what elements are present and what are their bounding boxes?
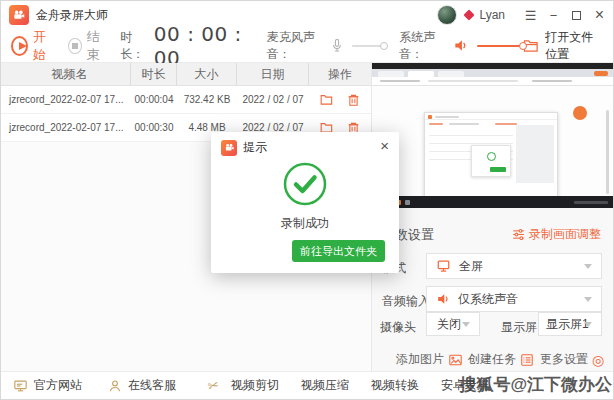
mic-slider-knob[interactable] xyxy=(380,42,388,50)
dialog-close-icon[interactable]: × xyxy=(380,138,389,153)
preview-scrollbar xyxy=(606,110,609,194)
display-value: 显示屏1 xyxy=(546,316,589,333)
video-compress-link[interactable]: 视频压缩 xyxy=(301,377,349,394)
adjust-record-area-link[interactable]: 录制画面调整 xyxy=(512,226,601,243)
video-cut-link[interactable]: 视频剪切 xyxy=(231,377,279,394)
preview-dialog xyxy=(471,145,511,177)
app-window: 金舟录屏大师 Lyan ☰ − × 开始 结束 时长： 00 : 00 : 00… xyxy=(0,0,614,400)
maximize-button[interactable] xyxy=(565,1,588,29)
success-check-icon xyxy=(282,161,328,211)
open-folder-button[interactable] xyxy=(320,93,334,106)
person-icon xyxy=(108,379,122,393)
screen-preview xyxy=(372,63,613,208)
header-duration: 时长 xyxy=(131,63,177,85)
mic-volume-slider[interactable] xyxy=(352,45,384,47)
more-settings-link[interactable]: 更多设置 ◎ xyxy=(540,351,604,368)
vip-gem-icon xyxy=(464,9,475,20)
audio-input-value: 仅系统声音 xyxy=(458,291,518,308)
username: Lyan xyxy=(479,8,505,22)
settings-form: 参数设置 录制画面调整 模式 全屏 音频输入 xyxy=(372,208,613,371)
account-menu[interactable]: Lyan xyxy=(437,5,519,25)
chevron-down-icon xyxy=(584,322,592,327)
display-label: 显示屏 xyxy=(501,319,537,336)
stop-record-button[interactable]: 结束 xyxy=(68,28,108,64)
website-icon xyxy=(13,379,28,393)
mode-value: 全屏 xyxy=(459,258,483,275)
menu-button[interactable]: ☰ xyxy=(519,1,542,29)
official-site-link[interactable]: 官方网站 xyxy=(13,377,82,394)
create-task-link[interactable]: 创建任务 xyxy=(468,351,534,368)
chevron-down-icon xyxy=(462,322,470,327)
system-volume-slider[interactable] xyxy=(477,45,523,47)
task-list-icon xyxy=(520,353,534,367)
video-duration: 00:00:30 xyxy=(131,122,177,133)
image-icon xyxy=(448,353,463,367)
system-slider-knob[interactable] xyxy=(519,42,527,50)
app-title: 金舟录屏大师 xyxy=(36,7,108,24)
mic-volume-label: 麦克风声音： xyxy=(267,29,328,63)
watermark: 搜狐号@江下微办公 xyxy=(459,373,612,396)
header-date: 日期 xyxy=(237,63,309,85)
microphone-icon xyxy=(330,38,344,53)
preview-page xyxy=(372,86,613,196)
title-bar: 金舟录屏大师 Lyan ☰ − × xyxy=(1,1,613,29)
preview-browser-toolbar xyxy=(372,77,613,86)
audio-input-select[interactable]: 仅系统声音 xyxy=(426,286,602,312)
table-row[interactable]: jzrecord_2022-02-07 17... 00:00:04 732.4… xyxy=(1,86,371,114)
play-icon xyxy=(11,36,28,56)
success-dialog: 提示 × 录制成功 前往导出文件夹 xyxy=(211,132,399,273)
dialog-logo-icon xyxy=(221,140,237,156)
video-date: 2022 / 02 / 07 xyxy=(237,94,309,105)
add-image-link[interactable]: 添加图片 xyxy=(396,351,463,368)
gear-icon: ◎ xyxy=(592,353,604,367)
monitor-icon xyxy=(436,259,451,273)
close-button[interactable]: × xyxy=(588,1,611,29)
chevron-down-icon xyxy=(584,264,592,269)
video-size: 732.42 KB xyxy=(177,94,237,105)
avatar xyxy=(437,5,457,25)
chevron-down-icon xyxy=(584,297,592,302)
system-volume-label: 系统声音： xyxy=(399,29,450,63)
display-select[interactable]: 显示屏1 xyxy=(538,312,602,336)
delete-button[interactable] xyxy=(347,93,360,107)
video-name: jzrecord_2022-02-07 17... xyxy=(1,94,131,105)
app-logo-icon xyxy=(9,5,29,25)
preview-app-window xyxy=(424,112,558,204)
video-name: jzrecord_2022-02-07 17... xyxy=(1,122,131,133)
start-record-button[interactable]: 开始 xyxy=(11,28,54,64)
preview-promo-badge xyxy=(573,106,587,120)
table-header: 视频名 时长 大小 日期 操作 xyxy=(1,63,371,86)
sliders-icon xyxy=(512,228,525,241)
open-file-location-button[interactable]: 打开文件位置 xyxy=(523,29,603,63)
speaker-icon xyxy=(453,38,468,53)
maximize-icon xyxy=(572,11,581,20)
audio-input-label: 音频输入 xyxy=(382,293,430,310)
duration-label: 时长： xyxy=(120,29,151,63)
dialog-title: 提示 xyxy=(243,139,267,156)
camera-value: 关闭 xyxy=(437,316,461,333)
dialog-message: 录制成功 xyxy=(211,215,399,232)
video-duration: 00:00:04 xyxy=(131,94,177,105)
mode-select[interactable]: 全屏 xyxy=(426,253,602,279)
preview-browser-tabs xyxy=(372,69,613,77)
header-size: 大小 xyxy=(177,63,237,85)
settings-panel: 参数设置 录制画面调整 模式 全屏 音频输入 xyxy=(371,63,613,371)
preview-taskbar xyxy=(372,196,613,208)
header-video-name: 视频名 xyxy=(1,63,131,85)
stop-icon xyxy=(68,38,82,54)
speaker-icon xyxy=(436,292,450,306)
go-to-export-folder-button[interactable]: 前往导出文件夹 xyxy=(292,240,385,262)
camera-label: 摄像头 xyxy=(380,319,416,336)
scissors-icon: ✂ xyxy=(206,377,220,394)
minimize-button[interactable]: − xyxy=(542,1,565,29)
video-convert-link[interactable]: 视频转换 xyxy=(371,377,419,394)
record-toolbar: 开始 结束 时长： 00 : 00 : 00 麦克风声音： 系统声音： xyxy=(1,29,613,63)
header-actions: 操作 xyxy=(309,63,371,85)
camera-select[interactable]: 关闭 xyxy=(426,312,480,336)
support-link[interactable]: 在线客服 xyxy=(108,377,176,394)
